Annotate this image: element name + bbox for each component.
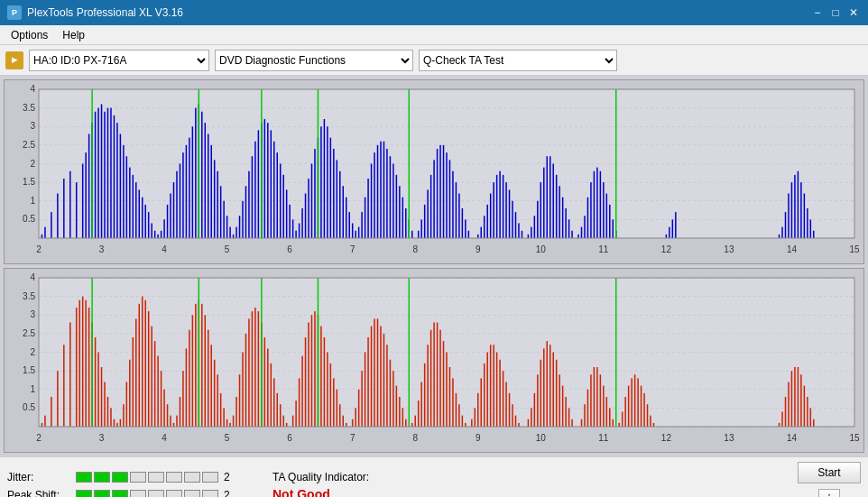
toolbar: ▶ HA:0 ID:0 PX-716A DVD Diagnostic Funct… — [0, 45, 868, 76]
peak-shift-label: Peak Shift: — [7, 489, 70, 497]
jitter-seg-1 — [76, 472, 92, 483]
charts-area — [0, 76, 868, 456]
info-button[interactable]: i — [818, 489, 840, 497]
chart-bottom — [4, 268, 864, 453]
peak-seg-8 — [202, 490, 218, 497]
chart-top — [4, 79, 864, 264]
jitter-label: Jitter: — [7, 471, 70, 483]
jitter-seg-5 — [148, 472, 164, 483]
close-button[interactable]: ✕ — [846, 5, 861, 20]
peak-seg-2 — [94, 490, 110, 497]
bottom-bar: Jitter: 2 Peak Shift: — [0, 456, 868, 497]
minimize-button[interactable]: − — [810, 5, 825, 20]
peak-seg-4 — [130, 490, 146, 497]
window-title: PlexTools Professional XL V3.16 — [27, 6, 183, 19]
jitter-seg-3 — [112, 472, 128, 483]
jitter-meter — [76, 472, 218, 483]
title-bar-left: P PlexTools Professional XL V3.16 — [7, 5, 183, 20]
jitter-value: 2 — [224, 471, 236, 483]
jitter-seg-2 — [94, 472, 110, 483]
peak-seg-6 — [166, 490, 182, 497]
drive-icon: ▶ — [5, 51, 23, 69]
top-chart-canvas — [5, 80, 863, 263]
bottom-chart-canvas — [5, 269, 863, 452]
peak-seg-1 — [76, 490, 92, 497]
menu-options[interactable]: Options — [4, 27, 55, 43]
ta-quality-section: TA Quality Indicator: Not Good — [272, 471, 369, 497]
menu-bar: Options Help — [0, 25, 868, 45]
restore-button[interactable]: □ — [828, 5, 843, 20]
metrics-left: Jitter: 2 Peak Shift: — [7, 471, 236, 497]
title-bar: P PlexTools Professional XL V3.16 − □ ✕ — [0, 0, 868, 25]
bottom-right: Start i — [798, 462, 861, 497]
jitter-seg-7 — [184, 472, 200, 483]
peak-shift-row: Peak Shift: 2 — [7, 489, 236, 497]
peak-seg-7 — [184, 490, 200, 497]
jitter-seg-4 — [130, 472, 146, 483]
peak-seg-5 — [148, 490, 164, 497]
peak-seg-3 — [112, 490, 128, 497]
jitter-seg-6 — [166, 472, 182, 483]
ta-quality-value: Not Good — [272, 487, 330, 497]
drive-select[interactable]: HA:0 ID:0 PX-716A — [29, 50, 209, 71]
title-bar-controls[interactable]: − □ ✕ — [810, 5, 861, 20]
app-icon: P — [7, 5, 22, 20]
peak-shift-value: 2 — [224, 489, 236, 497]
jitter-seg-8 — [202, 472, 218, 483]
ta-quality-label: TA Quality Indicator: — [272, 471, 369, 483]
jitter-row: Jitter: 2 — [7, 471, 236, 483]
test-select[interactable]: Q-Check TA Test — [419, 50, 617, 71]
start-button[interactable]: Start — [798, 462, 861, 483]
menu-help[interactable]: Help — [55, 27, 92, 43]
function-select[interactable]: DVD Diagnostic Functions — [215, 50, 413, 71]
peak-shift-meter — [76, 490, 218, 497]
